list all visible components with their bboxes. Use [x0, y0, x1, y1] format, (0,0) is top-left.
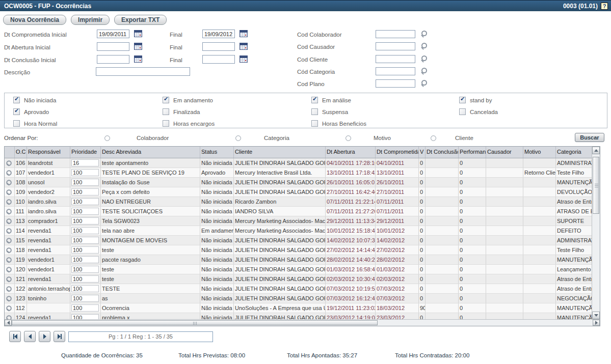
table-cell: NAO ENTREGEUR: [101, 197, 200, 206]
help-icon[interactable]: ?: [601, 3, 608, 10]
column-header: Dt Abertura: [326, 147, 376, 158]
row-lookup-icon[interactable]: [7, 199, 12, 204]
row-lookup-icon[interactable]: [7, 209, 12, 214]
search-button[interactable]: Buscar: [575, 133, 604, 142]
row-lookup-icon[interactable]: [7, 238, 12, 243]
calendar-icon[interactable]: [240, 43, 248, 50]
row-lookup-icon[interactable]: [7, 189, 12, 194]
radio-categoria[interactable]: [235, 135, 241, 141]
checkbox-horas-beneficios[interactable]: [311, 120, 318, 127]
table-cell: [523, 303, 556, 313]
checkbox-em-analise[interactable]: [311, 97, 318, 103]
checkbox-hora-normal[interactable]: [13, 120, 20, 127]
table-cell: [426, 236, 459, 245]
row-lookup-icon[interactable]: [7, 276, 12, 282]
table-cell: [426, 178, 459, 187]
vertical-scroll-thumb[interactable]: [593, 157, 599, 214]
dt-comprometida-final-input[interactable]: [202, 30, 235, 38]
next-page-button[interactable]: [39, 331, 50, 342]
checkbox-aprovado[interactable]: [13, 108, 20, 115]
row-lookup-icon[interactable]: [7, 180, 12, 185]
lookup-icon[interactable]: [421, 31, 428, 37]
table-cell: [426, 168, 459, 177]
lookup-icon[interactable]: [421, 43, 428, 49]
checkbox-suspensa[interactable]: [311, 108, 318, 115]
cod-causador-input[interactable]: [376, 42, 415, 50]
horizontal-scroll-thumb[interactable]: [12, 320, 378, 325]
row-lookup-icon[interactable]: [7, 257, 12, 262]
prev-page-button[interactable]: [24, 331, 36, 342]
lookup-icon[interactable]: [421, 68, 428, 74]
scroll-down-button[interactable]: [592, 312, 600, 319]
row-lookup-icon[interactable]: [7, 315, 12, 319]
next-page-icon: [43, 334, 46, 339]
calendar-icon[interactable]: [134, 30, 142, 37]
lookup-icon[interactable]: [421, 80, 428, 87]
first-page-button[interactable]: [9, 331, 21, 342]
field-label: Dt Abertura Inicial: [4, 44, 50, 50]
checkbox-stand-by[interactable]: [459, 97, 466, 103]
scroll-left-button[interactable]: [5, 320, 12, 326]
calendar-icon[interactable]: [240, 30, 248, 37]
table-cell: [5, 226, 15, 235]
cod-plano-input[interactable]: [376, 79, 415, 88]
new-occurrence-button[interactable]: Nova Ocorrência: [3, 15, 66, 25]
cod-cliente-input[interactable]: [376, 55, 415, 63]
calendar-icon[interactable]: [240, 55, 248, 63]
table-cell: 0: [459, 294, 486, 303]
row-lookup-icon[interactable]: [7, 305, 12, 311]
table-cell: 19/12/2011 11:23:02: [326, 303, 376, 313]
row-lookup-icon[interactable]: [7, 286, 12, 291]
last-page-button[interactable]: [54, 331, 65, 342]
arrow-right-icon: [595, 321, 600, 325]
descricao-input[interactable]: [96, 67, 190, 76]
export-txt-button[interactable]: Exportar TXT: [114, 15, 167, 25]
radio-colaborador[interactable]: [104, 135, 110, 141]
table-cell: 0: [419, 216, 426, 226]
table-cell: revenda1: [27, 313, 70, 319]
checkbox-em-andamento[interactable]: [163, 97, 169, 103]
scroll-up-button[interactable]: [592, 147, 600, 154]
calendar-icon[interactable]: [134, 55, 142, 63]
table-cell: [523, 245, 556, 255]
row-lookup-icon[interactable]: [7, 218, 12, 223]
table-cell: teste: [101, 274, 200, 284]
row-lookup-icon[interactable]: [7, 296, 12, 301]
table-cell: Aprovado: [200, 168, 234, 177]
table-cell: JULIETH DINORAH SALGADO GOFFI: [234, 236, 326, 245]
priority-value-box: 100: [71, 256, 99, 263]
vertical-scrollbar[interactable]: [592, 147, 600, 319]
radio-cliente[interactable]: [431, 135, 436, 141]
checkbox-label: Suspensa: [322, 109, 348, 115]
table-cell: 23/03/2012 14:19:09: [326, 313, 376, 319]
checkbox-horas-encargos[interactable]: [163, 120, 169, 127]
row-lookup-icon[interactable]: [7, 267, 12, 272]
dt-comprometida-inicial-input[interactable]: [97, 30, 129, 38]
row-lookup-icon[interactable]: [7, 170, 12, 175]
dt-conclusao-inicial-input[interactable]: [97, 55, 129, 64]
row-lookup-icon[interactable]: [7, 228, 12, 233]
table-cell: [27, 303, 70, 313]
dt-abertura-inicial-input[interactable]: [97, 42, 129, 51]
dt-conclusao-final-input[interactable]: [202, 55, 235, 64]
cod-colaborador-input[interactable]: [376, 30, 415, 38]
lookup-icon[interactable]: [421, 55, 428, 62]
priority-value-box: 100: [71, 217, 99, 225]
cod-categoria-input[interactable]: [376, 67, 415, 75]
table-cell: 0: [419, 265, 426, 274]
table-cell: 10/01/2012: [376, 226, 419, 235]
checkbox-finalizada[interactable]: [163, 108, 169, 115]
row-lookup-icon[interactable]: [7, 247, 12, 253]
radio-motivo[interactable]: [346, 135, 351, 141]
column-header: O.C: [15, 147, 27, 158]
checkbox-cancelada[interactable]: [459, 108, 466, 115]
checkbox-nao-iniciada[interactable]: [13, 97, 20, 103]
dt-abertura-final-input[interactable]: [202, 42, 235, 51]
priority-value-box: 100: [71, 188, 99, 195]
print-button[interactable]: Imprimir: [71, 15, 110, 25]
scroll-right-button[interactable]: [593, 320, 600, 326]
table-cell: [426, 294, 459, 303]
horizontal-scrollbar[interactable]: [5, 319, 600, 326]
row-lookup-icon[interactable]: [7, 160, 12, 165]
calendar-icon[interactable]: [134, 43, 142, 50]
